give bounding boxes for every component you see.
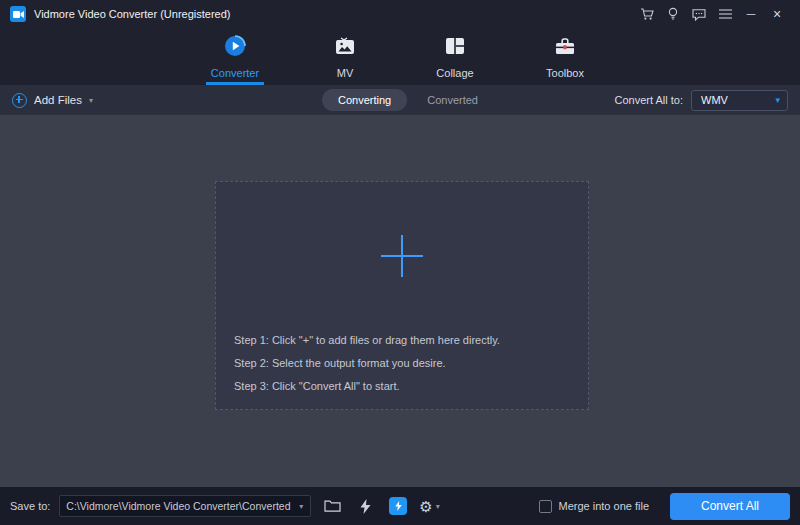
titlebar-actions: ─ × [634,0,790,28]
merge-checkbox[interactable] [539,500,552,513]
tab-converter-label: Converter [211,67,259,79]
add-files-label: Add Files [34,94,82,106]
save-to-label: Save to: [10,500,50,512]
output-format-value: WMV [701,94,775,106]
file-dropzone[interactable]: Step 1: Click "+" to add files or drag t… [215,181,589,410]
cart-icon[interactable] [634,0,660,28]
converting-tab[interactable]: Converting [322,89,407,111]
dropzone-instructions: Step 1: Click "+" to add files or drag t… [234,329,500,398]
output-format-select[interactable]: WMV ▾ [691,90,788,111]
dropzone-plus-area[interactable] [216,182,588,330]
toolbox-icon [553,34,577,62]
save-path-caret-icon[interactable]: ▾ [292,502,310,511]
merge-label: Merge into one file [559,500,650,512]
add-plus-circle-icon [12,93,27,108]
lightbulb-icon[interactable] [660,0,686,28]
gpu-acceleration-icon[interactable] [386,494,410,518]
menu-icon[interactable] [712,0,738,28]
merge-into-one-file-toggle[interactable]: Merge into one file [539,500,650,513]
window-title: Vidmore Video Converter (Unregistered) [34,8,230,20]
tab-toolbox[interactable]: Toolbox [529,28,601,85]
tab-converter[interactable]: Converter [199,28,271,85]
gear-icon: ⚙ [419,499,432,514]
app-window: Vidmore Video Converter (Unregistered) ─… [0,0,800,525]
tab-collage[interactable]: Collage [419,28,491,85]
save-path-field[interactable]: C:\Vidmore\Vidmore Video Converter\Conve… [59,495,311,517]
step-3-text: Step 3: Click "Convert All" to start. [234,375,500,398]
convert-all-button[interactable]: Convert All [670,493,790,520]
main-content: Step 1: Click "+" to add files or drag t… [0,115,800,487]
step-2-text: Step 2: Select the output format you des… [234,352,500,375]
close-icon[interactable]: × [764,0,790,28]
feedback-icon[interactable] [686,0,712,28]
add-files-caret-icon[interactable]: ▾ [89,96,93,105]
tab-collage-label: Collage [436,67,473,79]
format-caret-icon: ▾ [775,95,780,105]
tab-mv-label: MV [337,67,354,79]
main-nav: Converter MV Collage Toolbox [0,28,800,85]
step-1-text: Step 1: Click "+" to add files or drag t… [234,329,500,352]
converter-icon [223,34,247,62]
settings-button[interactable]: ⚙ ▾ [419,499,439,514]
settings-caret-icon: ▾ [436,502,440,511]
minimize-icon[interactable]: ─ [738,0,764,28]
queue-tabs: Converting Converted [322,89,478,111]
add-files-button[interactable]: Add Files ▾ [12,93,93,108]
titlebar: Vidmore Video Converter (Unregistered) ─… [0,0,800,28]
collage-icon [443,34,467,62]
tab-mv[interactable]: MV [309,28,381,85]
convert-all-to-label: Convert All to: [615,94,683,106]
toolbar: Add Files ▾ Converting Converted Convert… [0,85,800,115]
bottombar: Save to: C:\Vidmore\Vidmore Video Conver… [0,487,800,525]
open-folder-icon[interactable] [320,494,344,518]
converted-tab[interactable]: Converted [427,94,478,106]
save-path-value: C:\Vidmore\Vidmore Video Converter\Conve… [60,500,292,512]
mv-icon [333,34,357,62]
tab-toolbox-label: Toolbox [546,67,584,79]
high-speed-icon[interactable] [353,494,377,518]
add-plus-icon[interactable] [381,235,423,277]
app-logo-icon [10,6,26,22]
convert-all-to-group: Convert All to: WMV ▾ [615,90,788,111]
